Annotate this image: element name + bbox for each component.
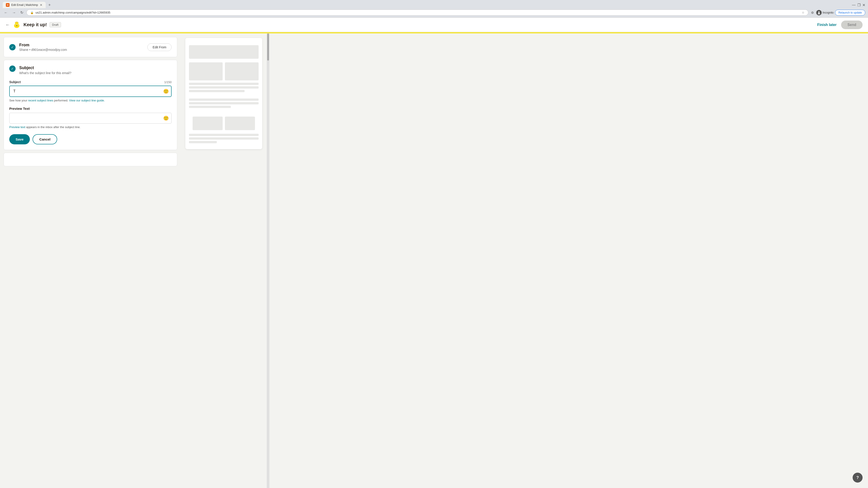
preview-line-8 xyxy=(189,137,258,140)
subject-hint-text: See how your recent subject lines perfor… xyxy=(9,99,172,102)
from-section-inner: ✓ From Shane • d901eace@moodjoy.com Edit… xyxy=(9,43,172,52)
preview-panel xyxy=(181,33,267,488)
browser-tab-active[interactable]: M Edit Email | Mailchimp ✕ xyxy=(3,2,46,8)
incognito-badge: Incognito xyxy=(816,10,834,15)
subject-check-icon: ✓ xyxy=(9,66,16,72)
incognito-label: Incognito xyxy=(823,11,834,14)
url-text: us21.admin.mailchimp.com/campaigns/edit?… xyxy=(35,11,800,14)
subject-emoji-button[interactable]: 🙂 xyxy=(163,89,169,94)
window-minimize-button[interactable]: — xyxy=(852,3,856,7)
preview-header-block xyxy=(189,45,258,59)
preview-text-field-row: Preview Text 🙂 Preview text appears in t… xyxy=(9,107,172,129)
preview-col-left xyxy=(189,62,223,80)
svg-point-6 xyxy=(16,24,16,25)
scrollbar[interactable] xyxy=(267,33,270,488)
svg-point-7 xyxy=(18,24,18,25)
preview-col-right xyxy=(225,62,258,80)
preview-hint: Preview text appears in the inbox after … xyxy=(9,125,172,129)
sender-name: Shane xyxy=(19,48,28,52)
help-button[interactable]: ? xyxy=(852,473,863,483)
main-layout: ✓ From Shane • d901eace@moodjoy.com Edit… xyxy=(0,33,868,488)
preview-text-input[interactable] xyxy=(9,113,172,124)
preview-two-col xyxy=(189,62,258,80)
header-right: Finish later Send xyxy=(817,21,863,29)
address-bar[interactable]: 🔒 us21.admin.mailchimp.com/campaigns/edi… xyxy=(26,9,808,15)
preview-line-5 xyxy=(189,102,258,104)
draft-badge: Draft xyxy=(50,22,61,27)
subject-label-row: Subject 1/150 xyxy=(9,80,172,84)
preview-input-wrapper: 🙂 xyxy=(9,113,172,124)
save-button[interactable]: Save xyxy=(9,134,30,144)
new-tab-button[interactable]: + xyxy=(48,3,52,7)
incognito-avatar xyxy=(816,10,822,15)
subject-label: Subject xyxy=(9,80,21,84)
browser-chrome: M Edit Email | Mailchimp ✕ + — ❐ ✕ ← → ↻… xyxy=(0,0,868,18)
recent-subject-lines-link[interactable]: recent subject lines xyxy=(28,99,53,102)
edit-from-button[interactable]: Edit From xyxy=(147,43,172,51)
preview-text-lines xyxy=(189,83,258,143)
preview-emoji-button[interactable]: 🙂 xyxy=(163,116,169,121)
subject-title: Subject xyxy=(19,66,71,70)
preview-line-7 xyxy=(189,134,258,136)
window-maximize-button[interactable]: ❐ xyxy=(857,3,861,7)
header-left: ← Keep it up! Draft xyxy=(5,21,61,29)
send-button[interactable]: Send xyxy=(841,21,863,29)
subject-section: ✓ Subject What's the subject line for th… xyxy=(4,60,177,150)
action-buttons: Save Cancel xyxy=(9,134,172,144)
preview-line-2 xyxy=(189,86,258,89)
subject-line-guide-link[interactable]: View our subject line guide. xyxy=(69,99,105,102)
back-nav-button[interactable]: ← xyxy=(3,10,9,15)
from-check-icon: ✓ xyxy=(9,44,16,51)
tab-title: Edit Email | Mailchimp xyxy=(11,3,38,6)
app-header: ← Keep it up! Draft Finish later Send xyxy=(0,18,868,32)
browser-titlebar: M Edit Email | Mailchimp ✕ + — ❐ ✕ xyxy=(0,0,868,8)
relaunch-button[interactable]: Relaunch to update xyxy=(835,10,865,15)
preview-bottom-col-right xyxy=(225,117,255,130)
preview-bottom-col-left xyxy=(193,117,223,130)
from-sender-info: Shane • d901eace@moodjoy.com xyxy=(19,48,144,52)
bottom-section-stub xyxy=(4,153,177,166)
subject-input-wrapper: 🙂 xyxy=(9,86,172,97)
subject-description: What's the subject line for this email? xyxy=(19,71,71,75)
subject-input[interactable] xyxy=(9,86,172,97)
lock-icon: 🔒 xyxy=(30,11,34,14)
preview-line-6 xyxy=(189,106,231,108)
preview-bottom-two-col xyxy=(193,117,255,130)
window-controls: — ❐ ✕ xyxy=(852,3,865,7)
from-section: ✓ From Shane • d901eace@moodjoy.com Edit… xyxy=(4,37,177,57)
preview-line-4 xyxy=(189,98,258,101)
subject-counter: 1/150 xyxy=(164,80,172,84)
bookmark-icon[interactable]: ☆ xyxy=(802,11,804,14)
svg-point-0 xyxy=(818,11,819,13)
extensions-button[interactable]: ⚙ xyxy=(810,10,815,15)
content-area: ✓ From Shane • d901eace@moodjoy.com Edit… xyxy=(0,33,181,488)
email-preview-card xyxy=(185,38,262,149)
from-section-info: From Shane • d901eace@moodjoy.com xyxy=(19,43,144,52)
preview-text-label: Preview Text xyxy=(9,107,172,110)
mailchimp-logo xyxy=(13,21,21,29)
preview-line-3 xyxy=(189,90,245,92)
header-back-button[interactable]: ← xyxy=(5,22,10,27)
tab-close-button[interactable]: ✕ xyxy=(40,3,42,6)
subject-section-info: Subject What's the subject line for this… xyxy=(19,66,71,75)
preview-line-9 xyxy=(189,141,217,143)
tab-favicon: M xyxy=(6,3,9,7)
preview-line-1 xyxy=(189,83,258,85)
cancel-button[interactable]: Cancel xyxy=(33,134,57,144)
subject-section-header: ✓ Subject What's the subject line for th… xyxy=(9,66,172,75)
browser-actions: ⚙ Incognito Relaunch to update xyxy=(810,10,865,15)
window-close-button[interactable]: ✕ xyxy=(862,3,865,7)
subject-field-row: Subject 1/150 🙂 See how your recent subj… xyxy=(9,80,172,102)
from-title: From xyxy=(19,43,144,47)
svg-point-1 xyxy=(818,13,820,14)
scrollbar-thumb[interactable] xyxy=(267,33,269,61)
browser-addressbar: ← → ↻ 🔒 us21.admin.mailchimp.com/campaig… xyxy=(0,8,868,18)
reload-button[interactable]: ↻ xyxy=(19,10,25,15)
sender-email: d901eace@moodjoy.com xyxy=(31,48,67,52)
preview-text-link[interactable]: Preview text xyxy=(9,125,25,129)
finish-later-button[interactable]: Finish later xyxy=(817,23,837,27)
svg-point-3 xyxy=(15,22,19,26)
app-title: Keep it up! xyxy=(24,22,47,27)
forward-nav-button[interactable]: → xyxy=(11,10,17,15)
sender-separator: • xyxy=(29,48,31,52)
